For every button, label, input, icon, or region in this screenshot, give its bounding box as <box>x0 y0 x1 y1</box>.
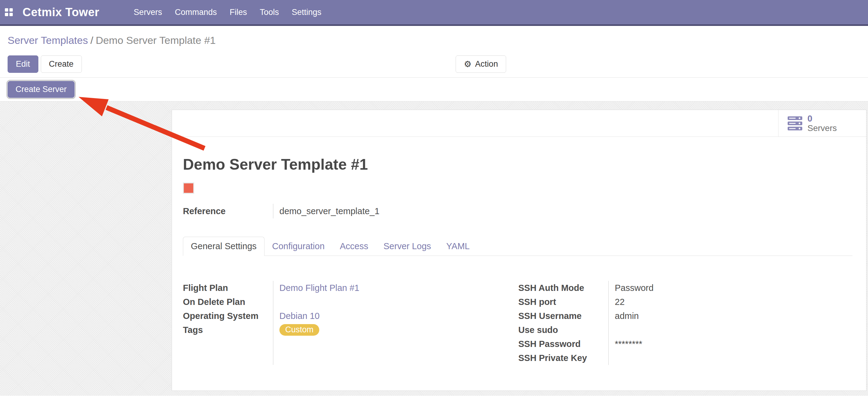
gear-icon: ⚙ <box>464 60 471 68</box>
field-label: SSH Auth Mode <box>518 283 609 293</box>
color-swatch <box>183 182 194 194</box>
form-view-background: 0 Servers Demo Server Template #1 Refere… <box>0 102 868 396</box>
reference-value: demo_server_template_1 <box>273 204 379 219</box>
stat-text: 0 Servers <box>807 114 837 133</box>
breadcrumb-separator: / <box>88 34 96 46</box>
field-label: Tags <box>183 325 273 335</box>
stat-count: 0 <box>807 114 837 123</box>
app-brand[interactable]: Cetmix Tower <box>23 6 99 19</box>
breadcrumb: Server Templates/Demo Server Template #1 <box>8 34 216 46</box>
apps-grid-icon[interactable] <box>5 8 13 16</box>
field-row-tags: Tags Custom <box>183 323 518 337</box>
field-separator <box>273 281 273 365</box>
field-label: SSH Username <box>518 311 609 321</box>
left-field-group: Flight Plan Demo Flight Plan #1 On Delet… <box>183 281 518 365</box>
reference-label: Reference <box>183 204 273 219</box>
tags-value: Custom <box>273 324 319 336</box>
field-row-ssh-private-key: SSH Private Key <box>518 351 852 365</box>
tab-access[interactable]: Access <box>332 237 376 256</box>
field-label: SSH Private Key <box>518 353 609 363</box>
form-sheet: Demo Server Template #1 Reference demo_s… <box>172 137 866 365</box>
field-row-operating-system: Operating System Debian 10 <box>183 309 518 323</box>
record-buttons: Edit Create <box>8 55 82 73</box>
page-title: Demo Server Template #1 <box>183 155 852 173</box>
ssh-password-value: ******** <box>609 339 642 349</box>
field-row-flight-plan: Flight Plan Demo Flight Plan #1 <box>183 281 518 295</box>
field-label: Use sudo <box>518 325 609 335</box>
tag-badge: Custom <box>279 324 319 336</box>
servers-stat-button[interactable]: 0 Servers <box>778 110 866 137</box>
field-row-on-delete-plan: On Delete Plan <box>183 295 518 309</box>
ssh-auth-mode-value: Password <box>609 283 653 293</box>
action-button[interactable]: ⚙ Action <box>456 55 506 73</box>
button-box-row: 0 Servers <box>172 110 866 137</box>
notebook-tabs: General Settings Configuration Access Se… <box>183 237 852 256</box>
reference-field-row: Reference demo_server_template_1 <box>183 204 852 219</box>
form-sheet-card: 0 Servers Demo Server Template #1 Refere… <box>172 110 866 391</box>
flight-plan-link[interactable]: Demo Flight Plan #1 <box>273 283 360 293</box>
field-label: SSH Password <box>518 339 609 349</box>
main-menu: Servers Commands Files Tools Settings <box>127 8 328 17</box>
server-stack-icon <box>788 116 802 131</box>
create-server-button[interactable]: Create Server <box>8 81 74 98</box>
right-field-group: SSH Auth Mode Password SSH port 22 SSH U… <box>518 281 852 365</box>
field-row-ssh-username: SSH Username admin <box>518 309 852 323</box>
action-button-label: Action <box>475 59 498 69</box>
top-navbar: Cetmix Tower Servers Commands Files Tool… <box>0 0 868 26</box>
breadcrumb-parent-link[interactable]: Server Templates <box>8 34 88 46</box>
field-row-ssh-port: SSH port 22 <box>518 295 852 309</box>
edit-button[interactable]: Edit <box>8 55 38 73</box>
field-label: Flight Plan <box>183 283 273 293</box>
menu-item-settings[interactable]: Settings <box>285 8 328 17</box>
control-panel: Server Templates/Demo Server Template #1… <box>0 26 868 78</box>
menu-item-files[interactable]: Files <box>223 8 253 17</box>
field-row-ssh-password: SSH Password ******** <box>518 337 852 351</box>
field-label: On Delete Plan <box>183 297 273 307</box>
tab-yaml[interactable]: YAML <box>439 237 477 256</box>
operating-system-link[interactable]: Debian 10 <box>273 311 319 321</box>
tab-configuration[interactable]: Configuration <box>265 237 332 256</box>
create-button[interactable]: Create <box>41 55 82 73</box>
field-label: SSH port <box>518 297 609 307</box>
stat-label: Servers <box>807 123 837 133</box>
tab-server-logs[interactable]: Server Logs <box>376 237 439 256</box>
menu-item-commands[interactable]: Commands <box>168 8 223 17</box>
field-row-use-sudo: Use sudo <box>518 323 852 337</box>
breadcrumb-current: Demo Server Template #1 <box>96 34 215 46</box>
menu-item-tools[interactable]: Tools <box>253 8 285 17</box>
field-label: Operating System <box>183 311 273 321</box>
tab-general-settings[interactable]: General Settings <box>183 237 265 256</box>
ssh-username-value: admin <box>609 311 639 321</box>
field-groups: Flight Plan Demo Flight Plan #1 On Delet… <box>183 281 852 365</box>
statusbar: Create Server <box>0 78 868 102</box>
menu-item-servers[interactable]: Servers <box>127 8 168 17</box>
field-row-ssh-auth-mode: SSH Auth Mode Password <box>518 281 852 295</box>
ssh-port-value: 22 <box>609 297 624 307</box>
